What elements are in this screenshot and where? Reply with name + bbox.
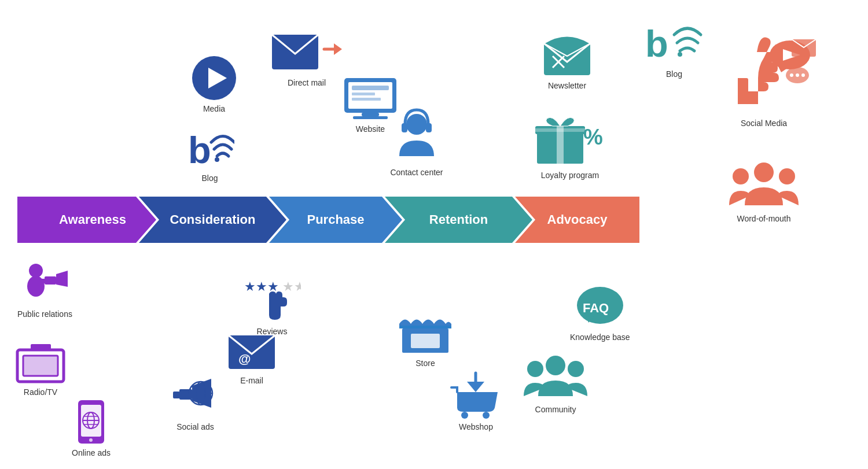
social-ads-item: Social ads	[165, 373, 226, 432]
diagram-container: Awareness Consideration Purchase Retenti…	[0, 0, 868, 469]
svg-rect-6	[23, 356, 58, 376]
reviews-icon: ★★★ ★★	[243, 275, 301, 324]
store-item: Store	[396, 304, 454, 368]
webshop-icon	[448, 370, 503, 419]
arrow-purchase: Purchase	[269, 197, 402, 243]
svg-point-67	[527, 361, 543, 377]
word-of-mouth-icon	[726, 162, 801, 211]
svg-point-75	[796, 73, 799, 77]
blog-teal-label: Blog	[666, 69, 682, 79]
webshop-label: Webshop	[459, 422, 493, 432]
store-icon	[396, 304, 454, 356]
community-item: Community	[521, 353, 590, 415]
blog-dark-item: b Blog	[185, 127, 234, 183]
svg-rect-70	[738, 78, 748, 104]
online-ads-label: Online ads	[72, 448, 111, 458]
contact-center-icon	[388, 107, 446, 165]
blog-dark-icon: b	[185, 127, 234, 171]
svg-rect-31	[353, 116, 388, 119]
svg-rect-4	[41, 279, 45, 283]
svg-point-80	[779, 168, 795, 184]
loyalty-program-label: Loyalty program	[541, 171, 599, 180]
svg-text:@: @	[238, 352, 251, 366]
direct-mail-label: Direct mail	[288, 78, 326, 88]
newsletter-label: Newsletter	[548, 81, 586, 91]
social-ads-label: Social ads	[176, 422, 214, 432]
public-relations-icon	[19, 260, 71, 306]
blog-teal-icon: b	[642, 17, 706, 67]
svg-text:b: b	[645, 23, 668, 65]
public-relations-label: Public relations	[17, 309, 72, 319]
svg-rect-47	[399, 326, 451, 328]
webshop-item: Webshop	[448, 370, 503, 432]
word-of-mouth-label: Word-of-mouth	[737, 214, 790, 224]
svg-text:%: %	[583, 125, 603, 149]
newsletter-item: Newsletter	[541, 32, 593, 91]
blog-dark-label: Blog	[201, 173, 218, 183]
svg-point-74	[790, 73, 793, 77]
community-icon	[521, 353, 590, 402]
store-label: Store	[415, 359, 435, 368]
svg-rect-61	[535, 128, 585, 132]
blog-teal-item: b Blog	[642, 17, 706, 79]
loyalty-program-icon: %	[532, 110, 608, 168]
svg-marker-51	[467, 382, 484, 392]
public-relations-item: Public relations	[17, 260, 72, 319]
radio-tv-icon	[14, 341, 67, 385]
svg-rect-46	[426, 123, 432, 132]
social-media-label: Social Media	[741, 119, 787, 128]
svg-text:b: b	[188, 129, 211, 171]
svg-point-53	[483, 412, 490, 419]
svg-point-44	[406, 114, 427, 135]
arrow-advocacy: Advocacy	[515, 197, 639, 243]
svg-rect-49	[411, 334, 440, 348]
knowledge-base-label: Knowledge base	[570, 333, 630, 342]
svg-text:FAQ: FAQ	[583, 301, 609, 315]
svg-point-16	[89, 438, 93, 442]
arrow-awareness: Awareness	[17, 197, 156, 243]
svg-point-64	[678, 52, 682, 57]
media-icon	[191, 55, 237, 101]
svg-point-69	[568, 361, 584, 377]
svg-rect-27	[352, 86, 389, 90]
radio-tv-item: Radio/TV	[14, 341, 67, 397]
svg-rect-29	[352, 98, 381, 101]
direct-mail-item: Direct mail	[269, 26, 344, 88]
svg-point-52	[461, 412, 468, 419]
direct-mail-icon	[269, 26, 344, 75]
radio-tv-label: Radio/TV	[24, 387, 57, 397]
word-of-mouth-item: Word-of-mouth	[726, 162, 801, 224]
community-label: Community	[535, 405, 576, 415]
media-label: Media	[203, 104, 225, 114]
svg-point-78	[733, 168, 749, 184]
svg-rect-38	[173, 392, 180, 398]
reviews-item: ★★★ ★★ Reviews	[243, 275, 301, 337]
social-media-item: Social Media	[706, 29, 822, 128]
knowledge-base-icon: FAQ	[574, 283, 626, 330]
media-item: Media	[191, 55, 237, 114]
svg-marker-3	[56, 271, 68, 287]
svg-point-76	[801, 73, 805, 77]
svg-text:★★: ★★	[282, 279, 301, 294]
arrow-retention: Retention	[385, 197, 532, 243]
knowledge-base-item: FAQ Knowledge base	[570, 283, 630, 342]
contact-center-item: Contact center	[388, 107, 446, 178]
svg-point-79	[754, 163, 774, 182]
svg-rect-2	[45, 276, 56, 285]
svg-rect-28	[352, 93, 375, 95]
funnel-row: Awareness Consideration Purchase Retenti…	[17, 197, 639, 243]
website-label: Website	[356, 124, 385, 134]
social-ads-icon	[165, 373, 226, 419]
email-icon: @	[226, 330, 278, 373]
svg-point-68	[546, 356, 565, 375]
svg-rect-45	[402, 123, 407, 132]
email-item: @ E-mail	[226, 330, 278, 386]
svg-point-20	[215, 157, 219, 162]
arrow-consideration: Consideration	[139, 197, 286, 243]
svg-point-0	[29, 264, 43, 278]
newsletter-icon	[541, 32, 593, 78]
svg-rect-30	[362, 113, 379, 116]
loyalty-program-item: % Loyalty program	[532, 110, 608, 180]
online-ads-item: Online ads	[69, 399, 113, 458]
email-label: E-mail	[240, 376, 263, 386]
